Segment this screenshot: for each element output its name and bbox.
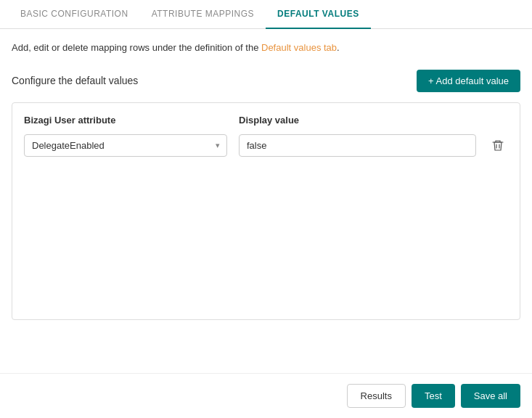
col-header-bizagi: Bizagi User attribute — [24, 115, 227, 126]
main-content: Add, edit or delete mapping rows under t… — [0, 29, 532, 320]
footer: Results Test Save all — [0, 373, 532, 418]
attribute-select-wrapper: DelegateEnabled Email FirstName LastName… — [24, 134, 227, 157]
display-value-input[interactable] — [239, 134, 476, 157]
tab-bar: BASIC CONFIGURATION ATTRIBUTE MAPPINGS D… — [0, 0, 532, 29]
section-header: Configure the default values + Add defau… — [12, 70, 520, 92]
tab-basic-configuration[interactable]: BASIC CONFIGURATION — [9, 0, 140, 29]
col-header-display: Display value — [239, 115, 508, 126]
results-button[interactable]: Results — [347, 384, 406, 408]
bizagi-attribute-select[interactable]: DelegateEnabled Email FirstName LastName… — [24, 134, 227, 157]
delete-row-button[interactable] — [488, 134, 508, 156]
section-title: Configure the default values — [12, 75, 138, 86]
info-text: Add, edit or delete mapping rows under t… — [12, 41, 520, 55]
add-default-value-button[interactable]: + Add default value — [417, 70, 520, 92]
table-row: DelegateEnabled Email FirstName LastName… — [24, 134, 508, 157]
table-headers: Bizagi User attribute Display value — [24, 115, 508, 126]
trash-icon — [492, 139, 504, 152]
tab-default-values[interactable]: DEFAULT VALUES — [266, 0, 371, 29]
default-values-table: Bizagi User attribute Display value Dele… — [12, 102, 520, 320]
save-all-button[interactable]: Save all — [461, 384, 520, 408]
info-link: Default values tab — [261, 42, 337, 53]
tab-attribute-mappings[interactable]: ATTRIBUTE MAPPINGS — [140, 0, 266, 29]
test-button[interactable]: Test — [412, 384, 455, 408]
